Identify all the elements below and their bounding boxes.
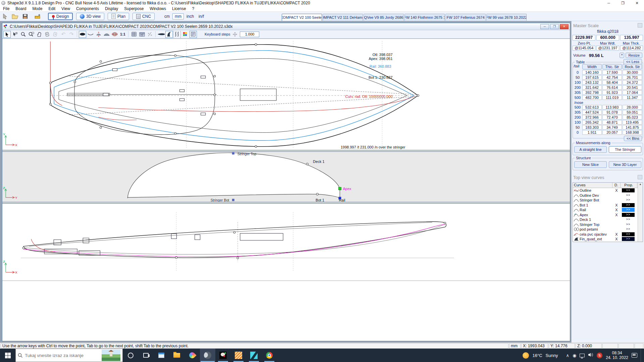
pointer-tool-icon[interactable] bbox=[1, 13, 9, 20]
cnc-button[interactable]: CNC bbox=[132, 13, 155, 20]
keyboard-steps-input[interactable]: 1.000 bbox=[240, 32, 259, 37]
table-cell[interactable]: 72.470 bbox=[602, 115, 622, 120]
curve-display-flag[interactable]: X bbox=[612, 208, 621, 212]
table-cell[interactable]: 183.303 bbox=[582, 125, 602, 130]
slice-view-drawing[interactable]: Stringer Top Deck 1 Apex Bot 1 Rail Stri… bbox=[2, 152, 570, 202]
app-orange-button[interactable] bbox=[231, 349, 246, 362]
table-cell[interactable]: 197.615 bbox=[582, 75, 602, 80]
shape3d-taskbar-button[interactable] bbox=[200, 349, 215, 362]
width-value[interactable]: 600.000 bbox=[596, 35, 619, 41]
unit-cm[interactable]: cm bbox=[162, 14, 172, 19]
grid-icon[interactable] bbox=[130, 31, 138, 38]
rotate-ccw-icon[interactable] bbox=[52, 31, 59, 38]
curve-display-flag[interactable]: X bbox=[612, 213, 621, 217]
zoom-window-icon[interactable] bbox=[28, 31, 35, 38]
table-cell[interactable]: 48.871 bbox=[602, 120, 622, 125]
table-cell[interactable]: 447.524 bbox=[582, 110, 602, 115]
taskbar-search[interactable] bbox=[15, 349, 123, 362]
measure-tool-icon[interactable] bbox=[34, 13, 42, 20]
max-wdt-at[interactable]: @1231.197 bbox=[596, 46, 619, 51]
table-cell[interactable]: 141.875 bbox=[623, 125, 642, 130]
table-cell[interactable]: 58.404 bbox=[602, 80, 622, 85]
menu-edit[interactable]: Edit bbox=[45, 6, 58, 11]
menu-windows[interactable]: Windows bbox=[147, 6, 169, 11]
show-desktop-button[interactable] bbox=[641, 349, 642, 362]
properties-list-icon[interactable] bbox=[190, 31, 197, 38]
menu-view[interactable]: View bbox=[58, 6, 73, 11]
table-cell[interactable]: 17.064 bbox=[623, 90, 642, 95]
curve-properties-button[interactable]: >> bbox=[622, 203, 635, 207]
undo-icon[interactable]: ↶ bbox=[60, 31, 67, 38]
curve-properties-button[interactable]: >> bbox=[622, 198, 635, 202]
curve-name[interactable]: Rail bbox=[580, 208, 612, 212]
doc-minimize-button[interactable]: ─ bbox=[540, 24, 549, 29]
menu-superpose[interactable]: Superpose bbox=[121, 6, 147, 11]
curve-properties-button[interactable]: >> bbox=[622, 218, 635, 222]
open-file-icon[interactable] bbox=[11, 13, 19, 20]
zero-pt-at[interactable]: @1145.054 bbox=[573, 46, 595, 51]
paint3d-button[interactable] bbox=[184, 349, 200, 362]
weather-sun-icon[interactable] bbox=[523, 352, 529, 359]
table-cell[interactable]: 42.754 bbox=[602, 75, 622, 80]
slice-apex-icon[interactable] bbox=[95, 31, 102, 38]
table-cell[interactable]: 1.911 bbox=[582, 130, 602, 135]
star-button[interactable]: * bbox=[620, 53, 624, 58]
table-cell[interactable]: 11.347 bbox=[623, 95, 642, 100]
menu-file[interactable]: File bbox=[0, 6, 12, 11]
curve-display-flag[interactable]: X bbox=[612, 203, 621, 207]
close-button[interactable]: ✕ bbox=[630, 0, 644, 6]
board-tab[interactable]: FW 107 Fellenius 2674 bbox=[445, 14, 486, 21]
fin-icon[interactable] bbox=[165, 31, 173, 38]
curvature-icon[interactable] bbox=[173, 31, 181, 38]
table-cell[interactable]: 140.160 bbox=[582, 70, 602, 75]
table-cell[interactable]: 24.372 bbox=[623, 80, 642, 85]
table-cell[interactable]: 243.132 bbox=[582, 80, 602, 85]
doc-restore-button[interactable]: ❐ bbox=[550, 24, 559, 29]
file-explorer-button[interactable] bbox=[169, 349, 184, 362]
table-cell[interactable]: 372.966 bbox=[582, 115, 602, 120]
thickness-value[interactable]: 135.997 bbox=[620, 35, 643, 41]
curve-name[interactable]: cela pvc ojacitev bbox=[580, 232, 612, 236]
table-cell[interactable]: 28.000 bbox=[623, 105, 642, 110]
curve-name[interactable]: Outline bbox=[580, 188, 612, 192]
unit-mm[interactable]: mm bbox=[172, 13, 184, 19]
outline-view-icon[interactable] bbox=[79, 31, 86, 38]
sync-badge-icon[interactable]: ⇅ bbox=[597, 353, 602, 358]
design-mode-button[interactable]: Design bbox=[48, 13, 73, 20]
colors-icon[interactable] bbox=[181, 31, 189, 38]
curve-name[interactable]: Deck 1 bbox=[580, 218, 612, 222]
menu-license[interactable]: License bbox=[169, 6, 189, 11]
hidden-icons-chevron[interactable]: ∧ bbox=[566, 353, 569, 358]
menu-board[interactable]: Board bbox=[12, 6, 29, 11]
curves-scrollbar[interactable]: ▲ bbox=[638, 183, 643, 242]
table-cell[interactable]: 321.642 bbox=[582, 85, 602, 90]
board-tab[interactable]: FW 99 vas 2678 10.2022 bbox=[486, 14, 527, 21]
select-arrow-icon[interactable] bbox=[3, 31, 11, 38]
table-cell[interactable]: 91.078 bbox=[602, 110, 622, 115]
curve-name[interactable]: Fin_quad_ext bbox=[580, 237, 612, 241]
rotate-cw-icon[interactable] bbox=[44, 31, 51, 38]
menu-display[interactable]: Display bbox=[102, 6, 121, 11]
doc-close-button[interactable]: ✕ bbox=[560, 24, 569, 29]
table-cell[interactable]: 20.057 bbox=[602, 130, 622, 135]
max-thck-at[interactable]: @1114.282 bbox=[620, 46, 643, 51]
volume-icon[interactable] bbox=[588, 353, 593, 358]
curve-properties-button[interactable]: >> bbox=[622, 237, 635, 241]
weather-condition[interactable]: Sunny bbox=[546, 353, 558, 358]
record-icon[interactable]: ◉ bbox=[573, 353, 576, 358]
minimize-button[interactable]: ─ bbox=[602, 0, 616, 6]
side-view-panel[interactable]: Z X bbox=[2, 203, 570, 281]
curve-properties-button[interactable]: >> bbox=[622, 208, 635, 212]
cortana-button[interactable] bbox=[123, 349, 138, 362]
table-cell[interactable]: 85.023 bbox=[623, 115, 642, 120]
curves-collapse-button[interactable] bbox=[638, 175, 642, 179]
search-highlight-image[interactable] bbox=[102, 350, 120, 361]
resize-button[interactable]: Resize bbox=[626, 53, 642, 58]
master-scale-collapse-button[interactable] bbox=[638, 23, 642, 27]
curve-name[interactable]: Outline Dev bbox=[580, 193, 612, 197]
search-input[interactable] bbox=[25, 353, 100, 358]
d-column-header[interactable]: D. bbox=[612, 183, 621, 188]
prop-column-header[interactable]: Prop. bbox=[621, 183, 637, 188]
board-tab[interactable]: COMPACT V2 111 DeHamme bbox=[323, 14, 363, 21]
table-cell[interactable]: 119.495 bbox=[623, 120, 642, 125]
